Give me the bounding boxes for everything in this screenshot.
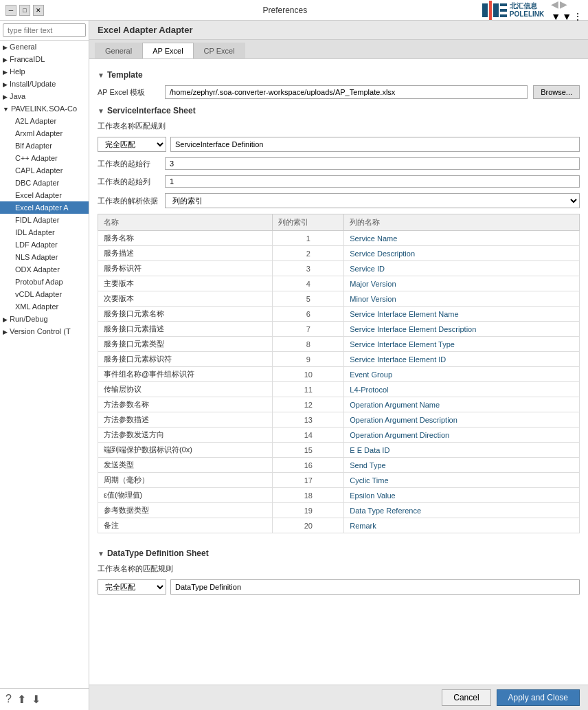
sidebar-item-label: CAPL Adapter (15, 166, 63, 175)
table-row: 主要版本4Major Version (98, 276, 580, 291)
sidebar-item-install-update[interactable]: ▶Install/Update (0, 78, 89, 90)
table-cell-name: 参考数据类型 (98, 503, 273, 518)
apply-close-button[interactable]: Apply and Close (497, 689, 580, 706)
sidebar-item-version-control[interactable]: ▶Version Control (T (0, 325, 89, 337)
match-value-input[interactable] (170, 137, 580, 152)
tab-general[interactable]: General (95, 43, 142, 58)
service-interface-section-header: ▼ ServiceInterface Sheet (98, 106, 580, 115)
table-cell-index: 4 (273, 276, 344, 291)
start-row-input[interactable] (165, 157, 580, 170)
table-cell-index: 9 (273, 352, 344, 367)
sidebar-item-a2l[interactable]: A2L Adapter (0, 115, 89, 127)
datatype-collapse-icon[interactable]: ▼ (98, 550, 104, 557)
table-row: 端到端保护数据标识符(0x)15E E Data ID (98, 443, 580, 458)
table-cell-index: 10 (273, 367, 344, 382)
bottom-bar: Cancel Apply and Close (89, 685, 588, 710)
help-icon[interactable]: ? (5, 693, 12, 706)
ap-excel-input[interactable] (165, 85, 528, 99)
sidebar-item-arxml[interactable]: Arxml Adapter (0, 127, 89, 140)
table-cell-index: 7 (273, 322, 344, 337)
start-col-label: 工作表的起始列 (98, 177, 159, 187)
minimize-btn[interactable]: ─ (5, 5, 16, 16)
sidebar-item-label: vCDL Adapter (15, 290, 62, 298)
sidebar-item-label: ▶Run/Debug (3, 315, 48, 323)
template-section-header: ▼ Template (98, 70, 580, 80)
sidebar-item-help[interactable]: ▶Help (0, 65, 89, 78)
parse-basis-select[interactable]: 列的索引列的名称 (165, 193, 580, 208)
table-cell-index: 15 (273, 443, 344, 458)
sidebar-item-excel[interactable]: Excel Adapter (0, 189, 89, 201)
match-rule-label: 工作表名称匹配规则 (98, 121, 166, 131)
table-cell-colname: Major Version (344, 276, 580, 291)
browse-button[interactable]: Browse... (533, 85, 580, 99)
export-icon[interactable]: ⬇ (32, 693, 41, 706)
sidebar-item-protobuf[interactable]: Protobuf Adap (0, 276, 89, 288)
nav-back-icon[interactable]: ◀ (551, 0, 558, 10)
maximize-btn[interactable]: □ (19, 5, 30, 16)
cancel-button[interactable]: Cancel (442, 689, 490, 706)
table-cell-name: 方法参数描述 (98, 412, 273, 428)
sidebar-item-idl[interactable]: IDL Adapter (0, 226, 89, 238)
table-header: 列的索引 (273, 214, 344, 231)
main-panel: ▼ Template AP Excel 模板 Browse... ▼ Servi… (89, 59, 588, 685)
sidebar-item-fidl[interactable]: FIDL Adapter (0, 214, 89, 226)
table-row: 服务接口元素类型8Service Interface Element Type (98, 337, 580, 352)
sidebar-item-ldf[interactable]: LDF Adapter (0, 238, 89, 251)
table-row: 方法参数发送方向14Operation Argument Direction (98, 428, 580, 443)
datatype-match-type-select[interactable]: 完全匹配正则匹配包含 (98, 579, 166, 595)
datatype-match-input-row: 完全匹配正则匹配包含 (98, 579, 580, 595)
sidebar-item-excel-adapter[interactable]: Excel Adapter A (0, 201, 89, 214)
sidebar-item-label: C++ Adapter (15, 154, 58, 162)
sidebar-item-nls[interactable]: NLS Adapter (0, 251, 89, 263)
sidebar-item-dbc[interactable]: DBC Adapter (0, 177, 89, 189)
table-cell-index: 18 (273, 488, 344, 503)
start-col-input[interactable] (165, 175, 580, 188)
table-cell-index: 8 (273, 337, 344, 352)
datatype-section-title: DataType Definition Sheet (107, 548, 209, 558)
sidebar-item-pavelink[interactable]: ▼PAVELINK.SOA-Co (0, 102, 89, 115)
sidebar-filter-area (0, 21, 89, 41)
sidebar-item-run-debug[interactable]: ▶Run/Debug (0, 313, 89, 325)
tab-cp-excel[interactable]: CP Excel (194, 43, 245, 58)
sidebar-item-vcdl[interactable]: vCDL Adapter (0, 288, 89, 300)
table-row: 次要版本5Minor Version (98, 291, 580, 307)
sidebar-item-cpp[interactable]: C++ Adapter (0, 152, 89, 164)
table-cell-name: 备注 (98, 518, 273, 533)
tab-ap-excel[interactable]: AP Excel (142, 43, 193, 58)
table-cell-colname: Send Type (344, 458, 580, 473)
sidebar-item-label: ▶Help (3, 67, 25, 76)
match-type-select[interactable]: 完全匹配正则匹配包含 (98, 137, 166, 152)
svg-rect-1 (489, 1, 492, 20)
table-cell-colname: Service Interface Element ID (344, 352, 580, 367)
sidebar-item-label: Excel Adapter A (15, 203, 69, 212)
close-btn[interactable]: ✕ (33, 5, 44, 16)
sidebar-item-francaidl[interactable]: ▶FrancaIDL (0, 53, 89, 65)
table-row: 事件组名称@事件组标识符10Event Group (98, 367, 580, 382)
sidebar-item-blf[interactable]: Blf Adapter (0, 140, 89, 152)
filter-input[interactable] (3, 23, 86, 37)
nav-forward-icon[interactable]: ▶ (560, 0, 567, 10)
service-interface-collapse-icon[interactable]: ▼ (98, 107, 104, 115)
sidebar-item-label: ▶Version Control (T (3, 327, 71, 335)
ap-excel-template-row: AP Excel 模板 Browse... (98, 85, 580, 99)
table-row: 发送类型16Send Type (98, 458, 580, 473)
sidebar-item-label: Arxml Adapter (15, 129, 63, 137)
sidebar-item-capl[interactable]: CAPL Adapter (0, 164, 89, 177)
table-cell-index: 17 (273, 473, 344, 488)
sidebar-bottom-bar: ? ⬆ ⬇ (0, 688, 89, 710)
sidebar-item-xml[interactable]: XML Adapter (0, 300, 89, 313)
sidebar-item-general[interactable]: ▶General (0, 41, 89, 53)
tab-bar: GeneralAP ExcelCP Excel (89, 40, 588, 59)
datatype-match-value-input[interactable] (170, 579, 580, 595)
sidebar-item-java[interactable]: ▶Java (0, 90, 89, 102)
table-cell-name: 事件组名称@事件组标识符 (98, 367, 273, 382)
template-collapse-icon[interactable]: ▼ (98, 71, 104, 79)
start-row-row: 工作表的起始行 (98, 157, 580, 170)
table-cell-colname: Operation Argument Name (344, 397, 580, 412)
sidebar-item-label: ▶Install/Update (3, 80, 56, 88)
mapping-table: 名称列的索引列的名称 服务名称1Service Name服务描述2Service… (98, 214, 580, 533)
sidebar-item-label: ▶FrancaIDL (3, 55, 45, 63)
svg-rect-0 (482, 3, 488, 17)
import-icon[interactable]: ⬆ (17, 693, 26, 706)
sidebar-item-odx[interactable]: ODX Adapter (0, 263, 89, 276)
